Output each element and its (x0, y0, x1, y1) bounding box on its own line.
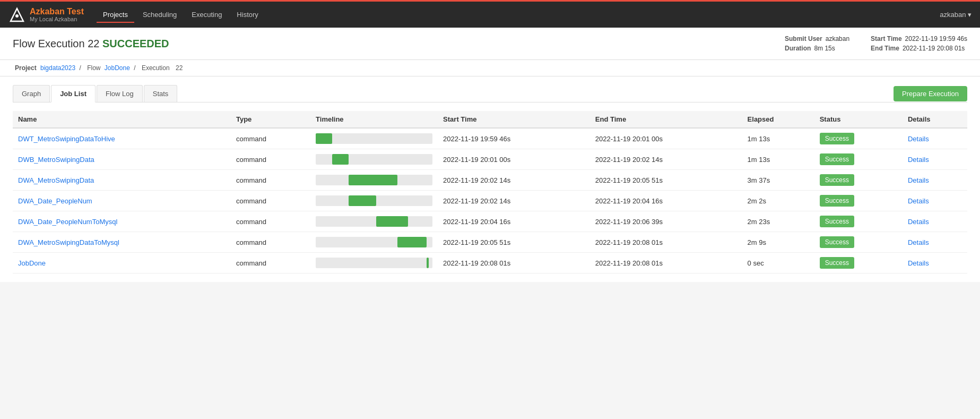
timeline-bar-container (316, 258, 432, 268)
details-link[interactable]: Details (908, 135, 929, 143)
job-name-link[interactable]: DWA_Date_PeopleNum (18, 197, 92, 205)
table-row: DWB_MetroSwipingData command 2022-11-19 … (13, 149, 967, 170)
prepare-execution-button[interactable]: Prepare Execution (894, 86, 967, 101)
timeline-bar (316, 133, 332, 144)
job-name-link[interactable]: DWA_MetroSwipingDataToMysql (18, 238, 119, 246)
timeline-bar (376, 216, 407, 227)
brand-logo-icon (8, 6, 25, 23)
timeline-bar-container (316, 237, 432, 247)
job-name-link[interactable]: DWA_MetroSwipingData (18, 176, 94, 184)
nav-executing[interactable]: Executing (185, 7, 228, 22)
cell-start-time: 2022-11-19 20:02 14s (438, 170, 590, 191)
job-name-link[interactable]: JobDone (18, 259, 46, 267)
job-name-link[interactable]: DWT_MetroSwipingDataToHive (18, 135, 115, 143)
cell-timeline (310, 211, 438, 232)
details-link[interactable]: Details (908, 238, 929, 246)
cell-details: Details (903, 253, 967, 273)
tab-job-list[interactable]: Job List (51, 85, 96, 102)
details-link[interactable]: Details (908, 259, 929, 267)
table-header: Name Type Timeline Start Time End Time E… (13, 111, 967, 128)
cell-status: Success (814, 211, 903, 232)
details-link[interactable]: Details (908, 156, 929, 164)
status-badge: Success (820, 236, 854, 248)
cell-type: command (231, 170, 310, 191)
cell-type: command (231, 232, 310, 253)
content: Graph Job List Flow Log Stats Prepare Ex… (0, 76, 980, 282)
table-body: DWT_MetroSwipingDataToHive command 2022-… (13, 128, 967, 273)
brand: Azkaban Test My Local Azkaban (8, 6, 84, 23)
status-badge: Success (820, 195, 854, 207)
tab-graph[interactable]: Graph (13, 85, 50, 102)
cell-name: DWB_MetroSwipingData (13, 149, 231, 170)
start-time-row: Start Time 2022-11-19 19:59 46s (871, 35, 967, 42)
timeline-bar (397, 237, 427, 247)
cell-timeline (310, 149, 438, 170)
details-link[interactable]: Details (908, 176, 929, 184)
cell-start-time: 2022-11-19 20:04 16s (438, 211, 590, 232)
table-row: JobDone command 2022-11-19 20:08 01s 202… (13, 253, 967, 273)
cell-status: Success (814, 253, 903, 273)
tabs-left: Graph Job List Flow Log Stats (13, 85, 178, 102)
cell-elapsed: 2m 23s (742, 211, 814, 232)
brand-name: Azkaban Test (30, 7, 84, 16)
cell-type: command (231, 211, 310, 232)
nav-links: Projects Scheduling Executing History (97, 11, 940, 19)
cell-timeline (310, 191, 438, 211)
nav-history[interactable]: History (230, 7, 264, 22)
col-type: Type (231, 111, 310, 128)
job-name-link[interactable]: DWB_MetroSwipingData (18, 156, 94, 164)
timeline-bar-container (316, 195, 432, 206)
cell-type: command (231, 149, 310, 170)
col-end-time: End Time (590, 111, 742, 128)
details-link[interactable]: Details (908, 218, 929, 226)
cell-details: Details (903, 128, 967, 149)
col-status: Status (814, 111, 903, 128)
job-name-link[interactable]: DWA_Date_PeopleNumToMysql (18, 218, 117, 226)
breadcrumb: Project bigdata2023 / Flow JobDone / Exe… (0, 60, 980, 76)
breadcrumb-project-link[interactable]: bigdata2023 (40, 64, 75, 72)
col-start-time: Start Time (438, 111, 590, 128)
status-badge: Success (820, 257, 854, 269)
cell-elapsed: 1m 13s (742, 128, 814, 149)
timeline-bar (349, 175, 397, 185)
table-row: DWA_MetroSwipingDataToMysql command 2022… (13, 232, 967, 253)
cell-details: Details (903, 170, 967, 191)
tab-flow-log[interactable]: Flow Log (97, 85, 143, 102)
nav-user-menu[interactable]: azkaban (940, 11, 972, 19)
cell-type: command (231, 253, 310, 273)
col-timeline: Timeline (310, 111, 438, 128)
status-badge: Success (820, 133, 854, 144)
status-badge: Success (820, 174, 854, 186)
timeline-bar (427, 258, 429, 268)
cell-end-time: 2022-11-19 20:01 00s (590, 128, 742, 149)
cell-details: Details (903, 211, 967, 232)
table-row: DWA_Date_PeopleNumToMysql command 2022-1… (13, 211, 967, 232)
col-name: Name (13, 111, 231, 128)
cell-timeline (310, 128, 438, 149)
navbar: Azkaban Test My Local Azkaban Projects S… (0, 0, 980, 28)
cell-elapsed: 0 sec (742, 253, 814, 273)
cell-status: Success (814, 128, 903, 149)
details-link[interactable]: Details (908, 197, 929, 205)
job-list-table: Name Type Timeline Start Time End Time E… (13, 111, 967, 273)
cell-timeline (310, 170, 438, 191)
timeline-bar (349, 195, 377, 206)
cell-name: DWT_MetroSwipingDataToHive (13, 128, 231, 149)
brand-sub: My Local Azkaban (30, 16, 84, 22)
tabs: Graph Job List Flow Log Stats Prepare Ex… (13, 85, 967, 102)
meta-right: Start Time 2022-11-19 19:59 46s End Time… (871, 35, 967, 52)
tab-stats[interactable]: Stats (144, 85, 178, 102)
timeline-bar-container (316, 133, 432, 144)
cell-end-time: 2022-11-19 20:05 51s (590, 170, 742, 191)
nav-projects[interactable]: Projects (97, 7, 134, 23)
cell-details: Details (903, 149, 967, 170)
cell-start-time: 2022-11-19 20:08 01s (438, 253, 590, 273)
cell-elapsed: 2m 2s (742, 191, 814, 211)
cell-start-time: 2022-11-19 20:01 00s (438, 149, 590, 170)
cell-status: Success (814, 149, 903, 170)
table-row: DWA_MetroSwipingData command 2022-11-19 … (13, 170, 967, 191)
timeline-bar-container (316, 154, 432, 165)
breadcrumb-flow-link[interactable]: JobDone (105, 64, 130, 72)
cell-end-time: 2022-11-19 20:08 01s (590, 232, 742, 253)
nav-scheduling[interactable]: Scheduling (136, 7, 183, 22)
